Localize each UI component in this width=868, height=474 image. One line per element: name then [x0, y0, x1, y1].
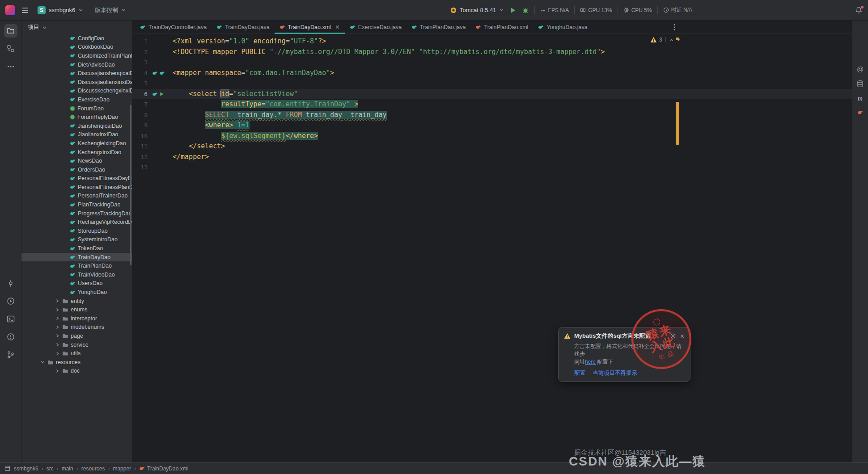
tree-item[interactable]: SystemintroDao [21, 235, 132, 244]
tree-item[interactable]: YonghuDao [21, 288, 132, 297]
tree-item[interactable]: KechengleixingDao [21, 139, 132, 148]
error-stripe[interactable] [676, 34, 680, 462]
tree-chevron-icon[interactable] [55, 298, 60, 303]
window-icon[interactable] [4, 466, 10, 471]
tree-item[interactable]: PersonalFitnessDayDao [21, 174, 132, 183]
code-line[interactable]: 6 <select id="selectListView" [132, 89, 852, 100]
project-selector[interactable]: S ssmbgnk6 [35, 4, 86, 16]
breadcrumb-item[interactable]: main [62, 466, 73, 472]
tree-chevron-icon[interactable] [55, 351, 60, 356]
editor-tab[interactable]: TrainPlanDao.xml [470, 21, 533, 34]
dismiss-link[interactable]: 当前项目不再提示 [593, 369, 637, 377]
more-tools-button[interactable] [4, 60, 17, 73]
tree-item[interactable]: DiscusskechengxinxiDao [21, 87, 132, 96]
editor[interactable]: 1<?xml version="1.0" encoding="UTF-8"?>2… [132, 34, 852, 462]
close-icon[interactable] [680, 333, 685, 339]
code-line[interactable]: 7 resultType="com.entity.TrainDay" > [132, 99, 852, 110]
tree-item[interactable]: TrainPlanDao [21, 261, 132, 270]
tab-close-icon[interactable] [335, 25, 340, 29]
gear-icon[interactable] [670, 333, 676, 339]
run-statement-icon[interactable] [159, 92, 164, 96]
tree-chevron-icon[interactable] [40, 360, 45, 365]
code-line[interactable]: 8 SELECT train_day.* FROM train_day trai… [132, 110, 852, 121]
tree-item[interactable]: ForumDao [21, 104, 132, 113]
ai-assistant-icon[interactable]: @ [857, 65, 864, 73]
problems-tool-button[interactable] [4, 330, 17, 344]
code-line[interactable]: 12</mapper> [132, 152, 852, 163]
code-line[interactable]: 9 <where> 1=1 [132, 120, 852, 131]
vcs-selector[interactable]: 版本控制 [92, 4, 129, 16]
tree-item[interactable]: utils [21, 349, 132, 358]
tree-item[interactable]: DiscussjiaolianxinxiDao [21, 78, 132, 87]
commit-tool-button[interactable] [4, 277, 17, 290]
breadcrumb-item[interactable]: ssmbgnk6 [14, 466, 38, 472]
here-link[interactable]: here [585, 359, 596, 365]
tree-item[interactable]: UsersDao [21, 279, 132, 288]
tree-item[interactable]: StoreupDao [21, 227, 132, 235]
tree-item[interactable]: ProgressTrackingDao [21, 209, 132, 218]
hamburger-menu-icon[interactable] [21, 7, 29, 13]
tree-item[interactable]: enums [21, 305, 132, 314]
tree-item[interactable]: JiaolianxinxiDao [21, 130, 132, 139]
code-line[interactable]: 11 </select> [132, 141, 852, 152]
tree-item[interactable]: NewsDao [21, 156, 132, 165]
tree-chevron-icon[interactable] [55, 333, 60, 338]
breadcrumb-item[interactable]: src [47, 466, 54, 472]
tree-item[interactable]: model.enums [21, 323, 132, 332]
tree-item[interactable]: TrainDayDao [21, 253, 132, 262]
tab-options-icon[interactable] [673, 24, 675, 31]
structure-tool-button[interactable] [4, 42, 17, 55]
version-control-tool-button[interactable] [4, 348, 17, 361]
editor-tab[interactable]: TrainDayDao.java [212, 21, 275, 34]
tree-item[interactable]: JianshenqicaiDao [21, 122, 132, 130]
services-tool-button[interactable] [4, 294, 17, 308]
breadcrumb-item[interactable]: mapper [113, 466, 131, 472]
editor-tab[interactable]: TrainPlanDao.java [406, 21, 470, 34]
editor-tab[interactable]: YonghuDao.java [533, 21, 592, 34]
tree-scrollbar[interactable] [130, 105, 131, 265]
tree-item[interactable]: interceptor [21, 314, 132, 323]
editor-tab[interactable]: TrainDayDao.xml [275, 21, 345, 34]
tree-item[interactable]: ExerciseDao [21, 95, 132, 104]
run-button[interactable] [509, 7, 517, 14]
mybatisx-plugin-icon[interactable] [857, 109, 863, 115]
tree-item[interactable]: DietAdviseDao [21, 60, 132, 69]
notifications-bell-icon[interactable] [855, 6, 863, 14]
tree-item[interactable]: OrdersDao [21, 165, 132, 174]
tree-item[interactable]: TrainVideoDao [21, 270, 132, 279]
terminal-tool-button[interactable] [4, 312, 17, 326]
tree-item[interactable]: entity [21, 297, 132, 306]
code-line[interactable]: 3 [132, 57, 852, 68]
tree-item[interactable]: TokenDao [21, 244, 132, 253]
tree-item[interactable]: PersonalTrainerDao [21, 192, 132, 201]
code-line[interactable]: 5 [132, 78, 852, 89]
tree-item[interactable]: CookbookDao [21, 43, 132, 52]
run-configuration-selector[interactable]: Tomcat 8.5.41 [450, 7, 504, 14]
tree-item[interactable]: PersonalFitnessPlanDao [21, 183, 132, 192]
tree-item[interactable]: resources [21, 358, 132, 367]
previous-issue-icon[interactable] [669, 38, 674, 42]
tree-item[interactable]: RechargeVipRecordDao [21, 218, 132, 227]
tree-item[interactable]: service [21, 340, 132, 349]
code-line[interactable]: 1<?xml version="1.0" encoding="UTF-8"?> [132, 36, 852, 47]
database-icon[interactable] [856, 80, 864, 88]
breadcrumb-item[interactable]: TrainDayDao.xml [139, 466, 188, 472]
code-line[interactable]: 4<mapper namespace="com.dao.TrainDayDao"… [132, 68, 852, 79]
configure-link[interactable]: 配置 [574, 369, 585, 377]
tree-chevron-icon[interactable] [55, 369, 60, 373]
tree-chevron-icon[interactable] [55, 307, 60, 312]
tree-item[interactable]: ForumReplyDao [21, 113, 132, 122]
tree-item[interactable]: KechengxinxiDao [21, 148, 132, 157]
tree-chevron-icon[interactable] [55, 325, 60, 330]
editor-tab[interactable]: TrainDayController.java [135, 21, 212, 34]
tree-item[interactable]: page [21, 331, 132, 340]
code-line[interactable]: 2<!DOCTYPE mapper PUBLIC "-//mybatis.org… [132, 47, 852, 58]
tree-item[interactable]: DiscussjianshenqicaiDao [21, 69, 132, 78]
tree-item[interactable]: PlanTrackingDao [21, 200, 132, 209]
tree-item[interactable]: doc [21, 367, 132, 376]
tree-chevron-icon[interactable] [55, 316, 60, 321]
breadcrumb-item[interactable]: resources [81, 466, 105, 472]
project-tool-button[interactable] [4, 24, 17, 38]
editor-tab[interactable]: ExerciseDao.java [345, 21, 406, 34]
tree-item[interactable]: ConfigDao [21, 34, 132, 43]
